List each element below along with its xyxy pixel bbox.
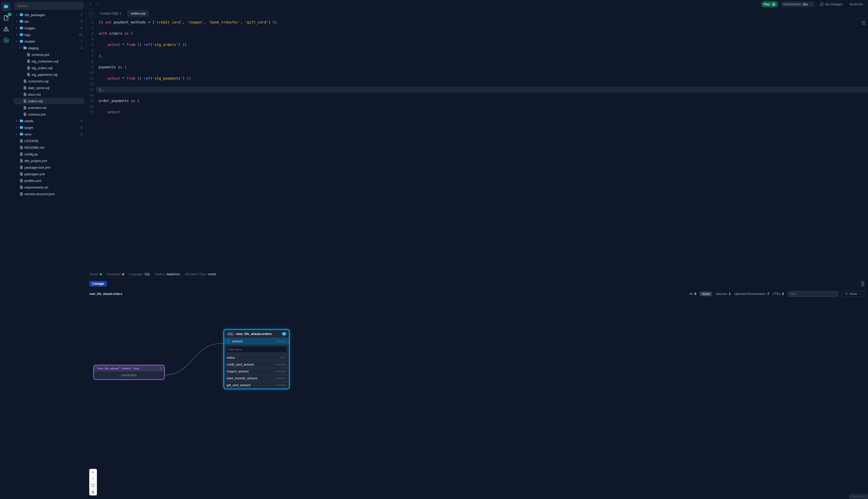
type-status: SQLMesh Type: model <box>185 272 216 276</box>
tree-file[interactable]: LICENSE <box>14 137 84 144</box>
tree-file[interactable]: stg_customers.sql <box>14 58 84 64</box>
tree-label: staging <box>28 46 79 50</box>
tree-file[interactable]: packages.yml <box>14 171 84 177</box>
find-input[interactable] <box>788 291 839 297</box>
tree-file[interactable]: package-lock.yml <box>14 164 84 171</box>
play-circle-icon <box>3 37 9 43</box>
tree-folder[interactable]: etc0 <box>14 18 84 25</box>
tree-file[interactable]: orders.sql <box>14 98 84 104</box>
tree-file[interactable]: dbt_project.yml <box>14 157 84 164</box>
top-bar: Plan Environment: dev No Changes No Erro… <box>86 0 868 9</box>
activity-docs[interactable]: 9 <box>1 13 11 23</box>
column-type: DOUBLE <box>276 363 286 366</box>
tree-folder[interactable]: logs21 <box>14 32 84 38</box>
column-row[interactable]: i amount DOUBLE <box>224 338 289 345</box>
new-tab-button[interactable] <box>88 11 94 16</box>
tree-file[interactable]: profiles.yml <box>14 177 84 184</box>
activity-run[interactable] <box>1 36 11 45</box>
minus-icon <box>91 477 95 480</box>
column-name: gift_card_amount <box>227 384 274 387</box>
tree-folder[interactable]: models7 <box>14 38 84 45</box>
upstream-node-header: "new_life_ahead"."orders": final 1 <box>94 365 164 372</box>
chevron-right-icon <box>15 119 18 123</box>
tree-label: venv <box>24 132 79 136</box>
tree-folder[interactable]: dbt_packages1 <box>14 11 84 18</box>
file-icon <box>23 79 27 83</box>
tree-count: 3 <box>80 119 82 123</box>
tree-file[interactable]: schema.yml <box>14 51 84 58</box>
tree-file[interactable]: requirements.txt <box>14 184 84 191</box>
activity-explorer[interactable] <box>1 2 11 11</box>
tree-file[interactable]: overview.md <box>14 104 84 111</box>
fit-view-button[interactable] <box>89 482 97 489</box>
environment-selector[interactable]: Environment: dev <box>781 1 815 7</box>
show-button[interactable]: Show <box>842 291 865 297</box>
tree-file[interactable]: service-account.json <box>14 191 84 197</box>
tree-file[interactable]: date_spine.sql <box>14 84 84 91</box>
search-input[interactable] <box>17 4 80 8</box>
tree-file[interactable]: docs.md <box>14 91 84 98</box>
plus-icon <box>91 471 95 474</box>
tree-file[interactable]: README.md <box>14 144 84 151</box>
column-name: bank_transfer_amount <box>227 377 274 380</box>
line-gutter: 1234567891011121314151617 <box>86 19 96 270</box>
reset-button[interactable]: Reset <box>700 292 712 296</box>
changes-status[interactable]: No Changes <box>818 1 845 7</box>
tree-file[interactable]: stg_payments.sql <box>14 71 84 78</box>
tab-custom-sql[interactable]: Custom SQL 1 <box>96 10 125 17</box>
tree-file[interactable]: config.py <box>14 151 84 157</box>
nav-back-button[interactable] <box>88 1 93 7</box>
tree-folder[interactable]: target8 <box>14 124 84 131</box>
zoom-controls <box>89 469 97 496</box>
column-row[interactable]: statusTEXT <box>224 354 289 361</box>
lock-button[interactable] <box>89 489 97 496</box>
activity-warnings[interactable] <box>1 24 11 34</box>
reset-flow-button[interactable]: Reset Flow <box>849 494 868 499</box>
tree-folder[interactable]: venv6 <box>14 131 84 137</box>
main-lineage-node[interactable]: SQL new_life_ahead.orders 9 i amount DOU… <box>223 329 290 389</box>
main-node-header: SQL new_life_ahead.orders 9 <box>224 330 289 338</box>
file-icon <box>20 139 23 143</box>
upstream-node[interactable]: "new_life_ahead"."orders": final 1 UNKNO… <box>93 365 165 380</box>
nav-forward-button[interactable] <box>95 1 100 7</box>
lineage-graph[interactable]: "new_life_ahead"."orders": final 1 UNKNO… <box>86 299 868 499</box>
column-row[interactable]: bank_transfer_amountDOUBLE <box>224 375 289 382</box>
tree-file[interactable]: stg_orders.sql <box>14 64 84 71</box>
folder-icon <box>20 39 23 44</box>
plan-button[interactable]: Plan <box>761 1 778 8</box>
tab-orders-sql[interactable]: orders.sql <box>127 10 149 17</box>
code-editor[interactable]: 1234567891011121314151617 {% set payment… <box>86 19 868 270</box>
tree-file[interactable]: schema.yml <box>14 111 84 118</box>
tree-folder[interactable]: images4 <box>14 25 84 32</box>
search-box[interactable] <box>14 2 83 10</box>
tree-label: etc <box>24 20 79 23</box>
lineage-tab[interactable]: Lineage <box>89 281 107 287</box>
column-row[interactable]: credit_card_amountDOUBLE <box>224 361 289 368</box>
column-row[interactable]: coupon_amountDOUBLE <box>224 368 289 375</box>
tree-folder[interactable]: seeds3 <box>14 118 84 124</box>
column-filter[interactable] <box>226 346 287 353</box>
errors-status[interactable]: No Errors <box>847 1 866 7</box>
column-type: TEXT <box>280 356 286 359</box>
svg-point-0 <box>6 30 6 31</box>
file-icon <box>23 92 27 96</box>
column-type: DOUBLE <box>276 340 286 343</box>
column-filter-input[interactable] <box>228 348 285 351</box>
svg-rect-3 <box>92 492 94 494</box>
column-row[interactable]: gift_card_amountDOUBLE <box>224 382 289 389</box>
tree-label: images <box>24 26 79 30</box>
upstream-title: "new_life_ahead"."orders": final <box>96 367 139 370</box>
minimap-toggle[interactable] <box>861 20 867 25</box>
editor-area: 1234567891011121314151617 {% set payment… <box>86 19 868 499</box>
tree-label: stg_customers.sql <box>32 59 82 63</box>
tree-folder[interactable]: staging4 <box>14 45 84 51</box>
zoom-in-button[interactable] <box>89 469 97 476</box>
tree-file[interactable]: customers.sql <box>14 78 84 84</box>
tree-label: schema.yml <box>32 53 82 57</box>
file-icon <box>20 179 23 183</box>
layout-toggle[interactable] <box>858 281 865 287</box>
folder-icon <box>20 119 23 123</box>
chevron-left-icon <box>89 2 92 5</box>
zoom-out-button[interactable] <box>89 476 97 482</box>
code-content[interactable]: {% set payment_methods = ['credit_card',… <box>96 19 868 270</box>
